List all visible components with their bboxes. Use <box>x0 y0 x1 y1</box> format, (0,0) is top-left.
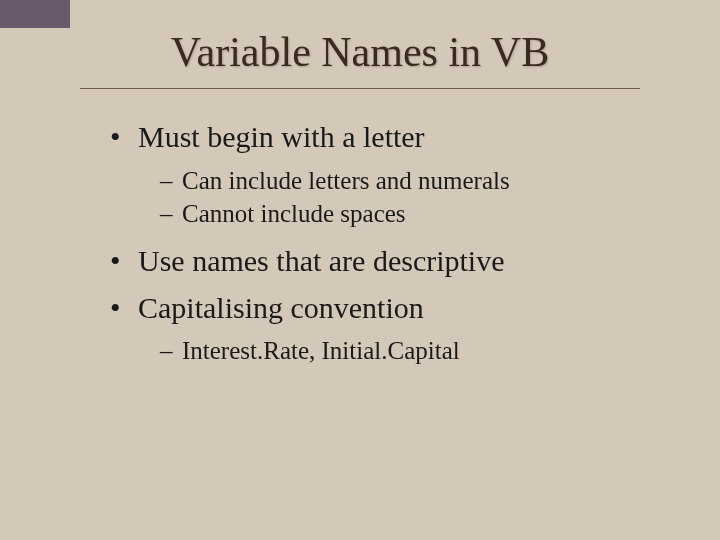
bullet-list-l1: Must begin with a letter Can include let… <box>110 117 680 368</box>
list-item: Capitalising convention Interest.Rate, I… <box>110 288 680 368</box>
corner-tab <box>0 0 70 28</box>
bullet-list-l2: Can include letters and numerals Cannot … <box>138 164 680 232</box>
list-item: Cannot include spaces <box>160 197 680 231</box>
slide-title: Variable Names in VB <box>40 28 680 76</box>
bullet-list-l2: Interest.Rate, Initial.Capital <box>138 334 680 368</box>
bullet-text: Cannot include spaces <box>182 200 406 227</box>
title-rule <box>80 88 640 89</box>
bullet-text: Can include letters and numerals <box>182 167 510 194</box>
bullet-text: Interest.Rate, Initial.Capital <box>182 337 460 364</box>
slide-content: Must begin with a letter Can include let… <box>40 117 680 368</box>
list-item: Interest.Rate, Initial.Capital <box>160 334 680 368</box>
bullet-text: Must begin with a letter <box>138 120 425 153</box>
bullet-text: Capitalising convention <box>138 291 424 324</box>
list-item: Can include letters and numerals <box>160 164 680 198</box>
bullet-text: Use names that are descriptive <box>138 244 505 277</box>
slide-container: Variable Names in VB Must begin with a l… <box>0 0 720 418</box>
list-item: Must begin with a letter Can include let… <box>110 117 680 231</box>
list-item: Use names that are descriptive <box>110 241 680 282</box>
